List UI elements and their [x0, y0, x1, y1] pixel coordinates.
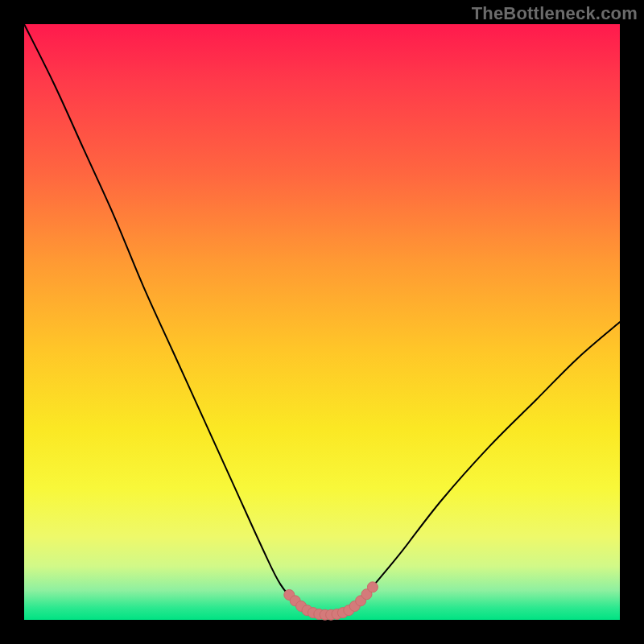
curve-marker: [367, 582, 378, 592]
plot-area: [24, 24, 620, 620]
bottleneck-curve: [24, 24, 620, 615]
chart-frame: TheBottleneck.com: [0, 0, 644, 644]
curve-svg: [24, 24, 620, 620]
watermark-label: TheBottleneck.com: [472, 3, 638, 24]
